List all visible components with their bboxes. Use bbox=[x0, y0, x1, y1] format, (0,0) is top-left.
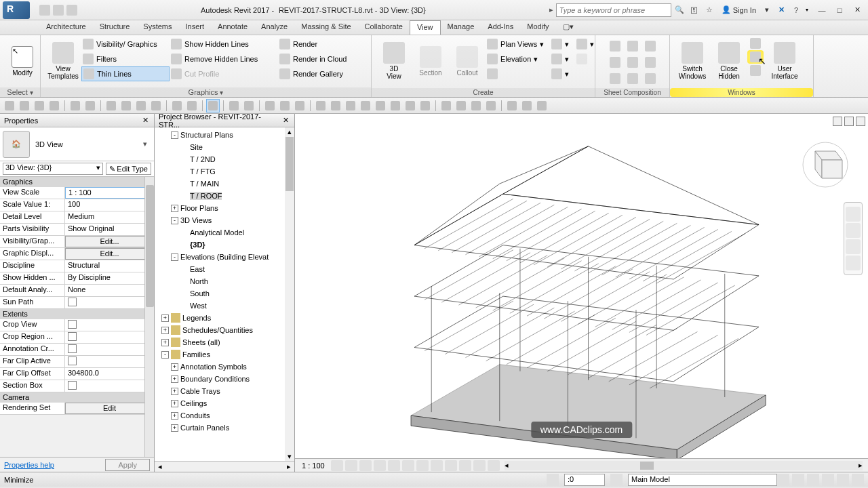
create-btn-b[interactable]: ▾ bbox=[550, 52, 588, 66]
tab-modify[interactable]: Modify bbox=[520, 20, 555, 35]
tb-thinlines-icon[interactable] bbox=[206, 99, 220, 113]
vc-reveal-icon[interactable] bbox=[459, 460, 471, 471]
tb-level-icon[interactable] bbox=[374, 99, 387, 113]
tb-paint-icon[interactable] bbox=[263, 99, 277, 113]
vc-analytical-icon[interactable] bbox=[473, 460, 486, 471]
property-value[interactable]: Show Original bbox=[65, 224, 154, 235]
select-pinned-icon[interactable] bbox=[807, 474, 819, 486]
tb-line-icon[interactable] bbox=[505, 99, 519, 113]
property-checkbox[interactable] bbox=[65, 344, 154, 355]
sheet-btn-3[interactable] bbox=[642, 39, 658, 53]
create-btn-c[interactable]: ▾ bbox=[550, 66, 588, 81]
tb-measure-icon[interactable] bbox=[104, 99, 118, 113]
render-button[interactable]: Render bbox=[278, 37, 359, 52]
callout-button[interactable]: Callout bbox=[449, 37, 486, 85]
tb-copy-icon[interactable] bbox=[484, 99, 498, 113]
canvas-hscrollbar[interactable]: ◂▸ bbox=[505, 461, 863, 470]
property-edit-button[interactable]: Edit... bbox=[65, 248, 154, 260]
tb-new-icon[interactable] bbox=[3, 99, 16, 113]
tab-insert[interactable]: Insert bbox=[179, 20, 212, 35]
select-face-icon[interactable] bbox=[822, 474, 834, 486]
tree-item[interactable]: Site bbox=[156, 141, 293, 153]
tab-architecture[interactable]: Architecture bbox=[39, 20, 93, 35]
expand-icon[interactable]: + bbox=[171, 412, 178, 420]
browser-hscrollbar[interactable]: ◂ ▸ bbox=[155, 461, 294, 472]
sheet-btn-1[interactable] bbox=[607, 39, 623, 53]
tb-redo-icon[interactable] bbox=[83, 99, 97, 113]
scroll-left-icon[interactable]: ◂ bbox=[155, 462, 165, 472]
sheet-btn-6[interactable] bbox=[642, 56, 658, 69]
worksets-icon[interactable] bbox=[547, 474, 559, 486]
tab-analyze[interactable]: Analyze bbox=[254, 20, 294, 35]
ribbon-expand-icon[interactable]: ▢▾ bbox=[556, 20, 580, 35]
sheet-btn-2[interactable] bbox=[625, 39, 641, 53]
tb-mirror-icon[interactable] bbox=[439, 99, 453, 113]
tree-item[interactable]: {3D} bbox=[156, 239, 293, 251]
sheet-btn-8[interactable] bbox=[625, 72, 641, 85]
help-icon[interactable]: ? bbox=[791, 5, 802, 16]
group-extents[interactable]: Extents⌵ bbox=[0, 309, 154, 319]
tb-rotate-icon[interactable] bbox=[454, 99, 468, 113]
expand-icon[interactable]: + bbox=[171, 205, 178, 212]
tb-angular-icon[interactable] bbox=[134, 99, 148, 113]
tree-item[interactable]: -Structural Plans bbox=[156, 129, 293, 141]
property-value[interactable]: 1 : 100 bbox=[65, 187, 154, 199]
sheet-btn-4[interactable] bbox=[607, 56, 623, 69]
maximize-button[interactable]: □ bbox=[831, 3, 848, 17]
collapse-icon[interactable]: - bbox=[171, 131, 178, 139]
tab-view[interactable]: View bbox=[410, 20, 441, 35]
property-edit-button[interactable]: Edit... bbox=[65, 236, 154, 247]
qat-open-icon[interactable] bbox=[39, 5, 50, 16]
vc-render-icon[interactable] bbox=[388, 460, 400, 471]
vc-shadow-icon[interactable] bbox=[374, 460, 386, 471]
tb-save-icon[interactable] bbox=[33, 99, 46, 113]
tree-item[interactable]: +Sheets (all) bbox=[156, 336, 293, 348]
pan-icon[interactable] bbox=[846, 223, 861, 238]
render-gallery-button[interactable]: Render Gallery bbox=[278, 66, 359, 81]
plan-views-button[interactable]: Plan Views ▾ bbox=[486, 37, 550, 52]
tab-massing[interactable]: Massing & Site bbox=[294, 20, 357, 35]
cut-profile-button[interactable]: Cut Profile bbox=[170, 66, 278, 81]
view-templates-button[interactable]: View Templates bbox=[45, 37, 81, 85]
remove-hidden-lines-button[interactable]: Remove Hidden Lines bbox=[170, 52, 278, 66]
property-value[interactable]: Structural bbox=[65, 260, 154, 272]
visibility-graphics-button[interactable]: Visibility/ Graphics bbox=[81, 37, 170, 52]
cascade-button[interactable]: ↖ bbox=[747, 50, 764, 64]
tb-ref-icon[interactable] bbox=[389, 99, 402, 113]
tree-item[interactable]: +Annotation Symbols bbox=[156, 361, 293, 373]
properties-close-icon[interactable]: ✕ bbox=[140, 116, 150, 125]
instance-select[interactable]: 3D View: {3D} ▾ bbox=[3, 163, 103, 175]
tab-systems[interactable]: Systems bbox=[136, 20, 178, 35]
infocenter-arrow-icon[interactable]: ▸ bbox=[549, 5, 553, 14]
tb-wall-icon[interactable] bbox=[344, 99, 357, 113]
properties-help-link[interactable]: Properties help bbox=[4, 461, 54, 469]
view-scale[interactable]: 1 : 100 bbox=[298, 462, 329, 470]
qat-save-icon[interactable] bbox=[53, 5, 64, 16]
tb-switch-icon[interactable] bbox=[242, 99, 256, 113]
vc-detail-icon[interactable] bbox=[331, 460, 343, 471]
help-dropdown-icon[interactable]: ▾ bbox=[806, 7, 808, 13]
vc-lock-icon[interactable] bbox=[431, 460, 443, 471]
group-graphics[interactable]: Graphics⌵ bbox=[0, 177, 154, 187]
scroll-right-icon[interactable]: ▸ bbox=[283, 462, 294, 472]
property-checkbox[interactable] bbox=[65, 331, 154, 343]
minimize-button[interactable]: — bbox=[814, 3, 830, 17]
zoom-icon[interactable] bbox=[846, 239, 861, 254]
expand-icon[interactable]: + bbox=[161, 327, 169, 334]
tree-item[interactable]: -3D Views bbox=[156, 214, 293, 226]
key-icon[interactable]: ⚿ bbox=[689, 5, 700, 16]
close-hidden-button[interactable]: Close Hidden bbox=[711, 37, 747, 85]
expand-icon[interactable]: + bbox=[171, 375, 178, 383]
collapse-icon[interactable]: - bbox=[171, 217, 178, 224]
render-cloud-button[interactable]: Render in Cloud bbox=[278, 52, 359, 66]
show-hidden-lines-button[interactable]: Show Hidden Lines bbox=[170, 37, 278, 52]
properties-scrollbar[interactable] bbox=[144, 177, 154, 457]
filters-button[interactable]: Filters bbox=[81, 52, 170, 66]
expand-icon[interactable]: + bbox=[161, 314, 169, 322]
filter-status-icon[interactable] bbox=[852, 474, 864, 486]
property-checkbox[interactable] bbox=[65, 297, 154, 308]
tb-open-icon[interactable] bbox=[18, 99, 31, 113]
tree-item[interactable]: North bbox=[156, 275, 293, 287]
qat-undo-icon[interactable] bbox=[66, 5, 77, 16]
tab-collaborate[interactable]: Collaborate bbox=[358, 20, 410, 35]
